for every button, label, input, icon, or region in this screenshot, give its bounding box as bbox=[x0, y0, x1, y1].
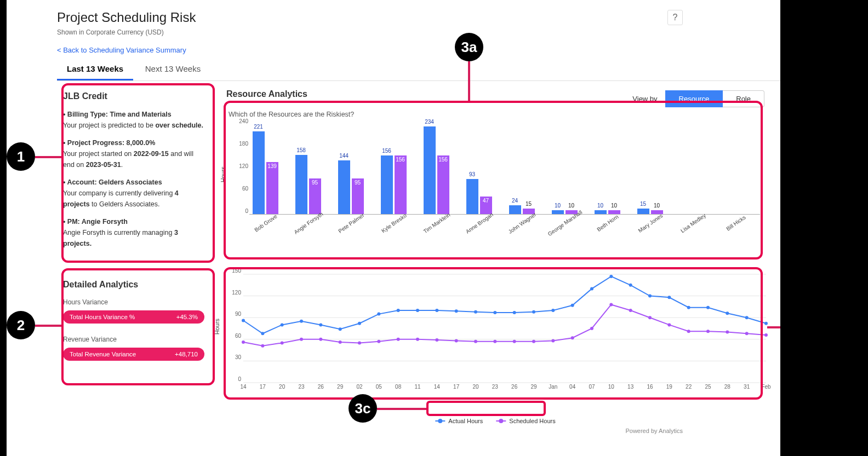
bar-actual[interactable]: 221 bbox=[253, 131, 265, 214]
line-point[interactable] bbox=[358, 322, 361, 325]
total-revenue-variance-row[interactable]: Total Revenue Variance +48,710 bbox=[63, 348, 204, 361]
bar-scheduled[interactable]: 95 bbox=[352, 178, 364, 214]
line-point[interactable] bbox=[416, 309, 419, 312]
bar-group: 9347 bbox=[463, 179, 495, 214]
bar-ytick: 60 bbox=[236, 186, 248, 192]
line-point[interactable] bbox=[261, 332, 264, 335]
bar-actual[interactable]: 158 bbox=[295, 155, 307, 214]
line-point[interactable] bbox=[281, 341, 284, 344]
line-point[interactable] bbox=[242, 340, 245, 344]
line-point[interactable] bbox=[648, 295, 652, 298]
line-point[interactable] bbox=[764, 322, 768, 325]
line-point[interactable] bbox=[377, 340, 380, 343]
line-point[interactable] bbox=[319, 338, 322, 341]
bar-category-label: Bill Hicks bbox=[716, 208, 756, 238]
line-point[interactable] bbox=[493, 311, 496, 314]
bar-actual[interactable]: 93 bbox=[466, 179, 478, 214]
total-hours-variance-row[interactable]: Total Hours Variance % +45.3% bbox=[63, 310, 204, 324]
line-point[interactable] bbox=[377, 313, 380, 316]
line-point[interactable] bbox=[764, 333, 768, 337]
line-point[interactable] bbox=[590, 287, 593, 290]
bar-actual[interactable]: 24 bbox=[509, 205, 521, 214]
line-point[interactable] bbox=[474, 340, 477, 343]
line-xtick: 20 bbox=[469, 384, 482, 390]
back-link[interactable]: < Back to Scheduling Variance Summary bbox=[57, 46, 186, 54]
line-point[interactable] bbox=[474, 310, 477, 314]
line-point[interactable] bbox=[745, 332, 749, 335]
line-point[interactable] bbox=[745, 316, 749, 319]
view-by-toggle: View by Resource Role bbox=[632, 90, 764, 107]
line-point[interactable] bbox=[532, 310, 535, 314]
bar-actual[interactable]: 10 bbox=[552, 210, 564, 214]
line-point[interactable] bbox=[319, 323, 322, 326]
line-point[interactable] bbox=[571, 304, 574, 307]
line-point[interactable] bbox=[435, 309, 438, 312]
line-point[interactable] bbox=[667, 323, 671, 326]
project-start-date: 2022-09-15 bbox=[134, 150, 169, 158]
line-point[interactable] bbox=[300, 320, 303, 323]
line-point[interactable] bbox=[648, 316, 652, 319]
line-point[interactable] bbox=[726, 331, 729, 334]
bar-actual[interactable]: 10 bbox=[595, 210, 607, 214]
line-point[interactable] bbox=[551, 309, 555, 312]
line-point[interactable] bbox=[629, 309, 632, 312]
line-ytick: 30 bbox=[228, 354, 241, 360]
line-point[interactable] bbox=[435, 338, 438, 342]
line-point[interactable] bbox=[493, 340, 496, 343]
line-point[interactable] bbox=[339, 340, 342, 344]
line-point[interactable] bbox=[687, 330, 690, 333]
line-chart-legend: Actual Hours Scheduled Hours bbox=[435, 418, 555, 424]
line-chart-ylabel: Hours bbox=[214, 319, 220, 334]
line-point[interactable] bbox=[667, 296, 671, 299]
line-point[interactable] bbox=[397, 338, 400, 341]
bar-actual[interactable]: 144 bbox=[338, 160, 350, 214]
bar-group: 156156 bbox=[378, 155, 409, 214]
hours-line-chart[interactable]: Hours Actual Hours Scheduled Hours 03060… bbox=[220, 271, 770, 408]
line-point[interactable] bbox=[571, 336, 574, 339]
line-point[interactable] bbox=[609, 275, 613, 278]
line-point[interactable] bbox=[551, 339, 555, 342]
view-by-role-button[interactable]: Role bbox=[723, 90, 764, 107]
bar-actual[interactable]: 156 bbox=[381, 155, 393, 214]
line-point[interactable] bbox=[397, 309, 400, 312]
bar-actual[interactable]: 234 bbox=[424, 126, 436, 214]
bar-actual[interactable]: 15 bbox=[637, 209, 649, 214]
view-by-resource-button[interactable]: Resource bbox=[665, 90, 723, 107]
line-point[interactable] bbox=[609, 303, 613, 306]
line-xtick: 23 bbox=[295, 384, 308, 390]
line-point[interactable] bbox=[281, 323, 284, 326]
line-point[interactable] bbox=[706, 306, 710, 309]
line-point[interactable] bbox=[590, 327, 593, 330]
line-point[interactable] bbox=[242, 319, 245, 322]
tab-last-13-weeks[interactable]: Last 13 Weeks bbox=[57, 60, 133, 80]
time-range-tabs: Last 13 Weeks Next 13 Weeks bbox=[57, 60, 780, 81]
resource-bar-chart[interactable]: Hours 221139Bob Grove15895Angie Forsyth1… bbox=[226, 122, 764, 253]
line-point[interactable] bbox=[416, 338, 419, 341]
line-point[interactable] bbox=[261, 344, 264, 348]
line-xtick: 17 bbox=[450, 384, 463, 390]
bar-scheduled[interactable]: 156 bbox=[395, 155, 407, 214]
line-point[interactable] bbox=[629, 284, 632, 287]
bar-scheduled[interactable]: 139 bbox=[266, 162, 278, 214]
line-point[interactable] bbox=[532, 340, 535, 343]
line-point[interactable] bbox=[358, 341, 361, 344]
bar-scheduled[interactable]: 95 bbox=[309, 178, 321, 214]
line-point[interactable] bbox=[455, 309, 458, 313]
line-point[interactable] bbox=[726, 311, 729, 315]
tab-next-13-weeks[interactable]: Next 13 Weeks bbox=[135, 60, 210, 79]
line-point[interactable] bbox=[513, 340, 516, 343]
line-point[interactable] bbox=[513, 311, 516, 314]
help-button[interactable]: ? bbox=[667, 10, 683, 25]
bar-scheduled[interactable]: 156 bbox=[437, 155, 449, 214]
line-point[interactable] bbox=[455, 339, 458, 342]
line-point[interactable] bbox=[706, 330, 710, 333]
bar-category-label: Lisa Medley bbox=[673, 208, 713, 238]
project-summary-panel: JLB Credit • Billing Type: Time and Mate… bbox=[57, 83, 210, 262]
line-point[interactable] bbox=[687, 306, 690, 309]
line-point[interactable] bbox=[339, 327, 342, 331]
callout-3b: 3b bbox=[795, 316, 813, 334]
bar-ytick: 180 bbox=[236, 141, 248, 147]
line-point[interactable] bbox=[300, 338, 303, 341]
revenue-variance-header: Revenue Variance bbox=[63, 336, 204, 343]
bar-ytick: 240 bbox=[236, 118, 248, 124]
